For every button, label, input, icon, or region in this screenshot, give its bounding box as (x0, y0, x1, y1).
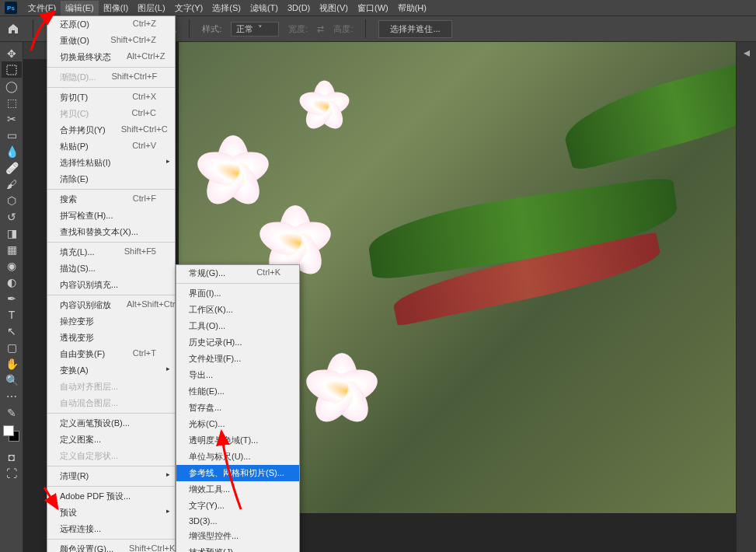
edit-menu-item-15[interactable]: 查找和替换文本(X)... (47, 224, 175, 240)
foreground-swatch[interactable] (3, 425, 14, 436)
prefs-menu-item-9[interactable]: 暂存盘... (176, 400, 299, 416)
edit-menu-item-26: 自动对齐图层... (47, 379, 175, 395)
menu-filter[interactable]: 滤镜(T) (246, 1, 283, 16)
prefs-menu-item-2[interactable]: 界面(I)... (176, 285, 299, 302)
menu-window[interactable]: 窗口(W) (353, 1, 393, 16)
prefs-menu-item-0[interactable]: 常规(G)...Ctrl+K (176, 265, 299, 281)
edit-menu-item-29[interactable]: 定义画笔预设(B)... (47, 415, 175, 431)
edit-menu-item-23[interactable]: 透视变形 (47, 330, 175, 346)
edit-menu-item-19[interactable]: 内容识别填充... (47, 277, 175, 293)
menu-help[interactable]: 帮助(H) (393, 1, 431, 16)
prefs-menu-item-18[interactable]: 技术预览(J)... (176, 544, 299, 552)
edit-menu-item-27: 自动混合图层... (47, 395, 175, 411)
edit-menu-item-10[interactable]: 选择性粘贴(I) (47, 155, 175, 171)
tool-gradient[interactable]: ▦ (2, 241, 22, 257)
tool-type[interactable]: T (2, 306, 22, 323)
tool-move[interactable]: ✥ (2, 45, 22, 61)
edit-menu-item-22[interactable]: 操控变形 (47, 313, 175, 330)
tool-dodge[interactable]: ◐ (2, 274, 22, 290)
tool-eyedropper[interactable]: 💧 (2, 143, 22, 159)
edit-menu-item-13[interactable]: 搜索Ctrl+F (47, 191, 175, 208)
edit-menu-item-25[interactable]: 变换(A) (47, 362, 175, 379)
tool-eraser[interactable]: ◨ (2, 225, 22, 241)
tool-brush[interactable]: 🖌 (2, 176, 22, 192)
color-swatches[interactable] (3, 425, 19, 444)
edit-menu-item-31: 定义自定形状... (47, 448, 175, 464)
prefs-menu-item-4[interactable]: 工具(O)... (176, 318, 299, 334)
edit-menu-item-2[interactable]: 切换最终状态Alt+Ctrl+Z (47, 49, 175, 65)
tool-edit-toolbar[interactable]: ✎ (2, 404, 22, 421)
edit-menu-item-6[interactable]: 剪切(T)Ctrl+X (47, 89, 175, 106)
tool-marquee[interactable] (2, 61, 22, 78)
edit-menu-item-30[interactable]: 定义图案... (47, 431, 175, 448)
edit-menu-item-39[interactable]: 颜色设置(G)...Shift+Ctrl+K (47, 541, 175, 552)
prefs-menu-item-10[interactable]: 光标(C)... (176, 416, 299, 432)
edit-menu-item-7: 拷贝(C)Ctrl+C (47, 106, 175, 122)
menu-3d[interactable]: 3D(D) (283, 2, 315, 14)
edit-menu-item-4: 渐隐(D)...Shift+Ctrl+F (47, 69, 175, 86)
edit-menu-item-17[interactable]: 填充(L)...Shift+F5 (47, 244, 175, 260)
prefs-menu-item-17[interactable]: 增强型控件... (176, 528, 299, 544)
tool-hand[interactable]: ✋ (2, 355, 22, 372)
select-and-mask-button[interactable]: 选择并遮住... (378, 20, 451, 38)
edit-menu-item-9[interactable]: 粘贴(P)Ctrl+V (47, 138, 175, 155)
edit-menu-item-1[interactable]: 重做(O)Shift+Ctrl+Z (47, 33, 175, 49)
prefs-menu-item-12[interactable]: 单位与标尺(U)... (176, 449, 299, 465)
height-label: 高度: (333, 23, 353, 35)
menu-view[interactable]: 视图(V) (315, 1, 353, 16)
app-logo: Ps (5, 2, 17, 14)
prefs-menu-item-13[interactable]: 参考线、网格和切片(S)... (176, 465, 299, 481)
edit-menu-item-36[interactable]: 预设 (47, 505, 175, 521)
prefs-menu-item-11[interactable]: 透明度与色域(T)... (176, 432, 299, 449)
svg-rect-1 (7, 65, 16, 75)
right-panel: ◂ (736, 42, 756, 552)
prefs-menu-item-7[interactable]: 导出... (176, 367, 299, 383)
tool-rect[interactable]: ▢ (2, 339, 22, 355)
tool-more[interactable]: ⋯ (2, 388, 22, 404)
prefs-menu-item-16[interactable]: 3D(3)... (176, 514, 299, 528)
style-select[interactable]: 正常 ˅ (231, 22, 279, 37)
prefs-menu-item-14[interactable]: 增效工具... (176, 481, 299, 498)
edit-menu-item-11[interactable]: 清除(E) (47, 171, 175, 187)
edit-menu-item-18[interactable]: 描边(S)... (47, 260, 175, 277)
prefs-menu-item-15[interactable]: 文字(Y)... (176, 498, 299, 514)
prefs-menu-item-6[interactable]: 文件处理(F)... (176, 351, 299, 367)
tool-frame[interactable]: ▭ (2, 127, 22, 143)
tool-quickmask[interactable]: ◘ (2, 449, 22, 465)
tool-wand[interactable]: ⬚ (2, 94, 22, 110)
swap-icon[interactable]: ⇄ (317, 24, 324, 34)
tools-panel: ✥ ◯ ⬚ ✂ ▭ 💧 🩹 🖌 ⬡ ↺ ◨ ▦ ◉ ◐ ✒ T ↖ ▢ ✋ 🔍 … (0, 42, 23, 552)
edit-menu-dropdown: 还原(O)Ctrl+Z重做(O)Shift+Ctrl+Z切换最终状态Alt+Ct… (47, 16, 176, 552)
tool-lasso[interactable]: ◯ (2, 78, 22, 94)
tool-screenmode[interactable]: ⛶ (2, 465, 22, 481)
menu-image[interactable]: 图像(I) (99, 1, 133, 16)
menu-edit[interactable]: 编辑(E) (61, 1, 99, 16)
edit-menu-item-35[interactable]: Adobe PDF 预设... (47, 488, 175, 505)
tool-path[interactable]: ↖ (2, 323, 22, 339)
menu-type[interactable]: 文字(Y) (170, 1, 208, 16)
width-label: 宽度: (288, 23, 308, 35)
edit-menu-item-8[interactable]: 合并拷贝(Y)Shift+Ctrl+C (47, 122, 175, 138)
panel-toggle-icon[interactable]: ◂ (737, 42, 756, 62)
tool-heal[interactable]: 🩹 (2, 159, 22, 176)
tool-pen[interactable]: ✒ (2, 290, 22, 306)
prefs-menu-item-8[interactable]: 性能(E)... (176, 383, 299, 400)
tool-stamp[interactable]: ⬡ (2, 192, 22, 208)
home-icon[interactable] (6, 22, 20, 36)
style-label: 样式: (202, 23, 221, 35)
menu-layer[interactable]: 图层(L) (133, 1, 169, 16)
edit-menu-item-21[interactable]: 内容识别缩放Alt+Shift+Ctrl+C (47, 297, 175, 313)
prefs-menu-item-5[interactable]: 历史记录(H)... (176, 334, 299, 351)
tool-zoom[interactable]: 🔍 (2, 372, 22, 388)
prefs-menu-item-3[interactable]: 工作区(K)... (176, 302, 299, 318)
menu-file[interactable]: 文件(F) (23, 1, 61, 16)
edit-menu-item-33[interactable]: 清理(R) (47, 468, 175, 484)
menu-select[interactable]: 选择(S) (207, 1, 246, 16)
edit-menu-item-24[interactable]: 自由变换(F)Ctrl+T (47, 346, 175, 362)
edit-menu-item-37[interactable]: 远程连接... (47, 521, 175, 537)
edit-menu-item-0[interactable]: 还原(O)Ctrl+Z (47, 16, 175, 33)
tool-history[interactable]: ↺ (2, 208, 22, 225)
tool-crop[interactable]: ✂ (2, 110, 22, 127)
edit-menu-item-14[interactable]: 拼写检查(H)... (47, 208, 175, 224)
tool-blur[interactable]: ◉ (2, 257, 22, 274)
